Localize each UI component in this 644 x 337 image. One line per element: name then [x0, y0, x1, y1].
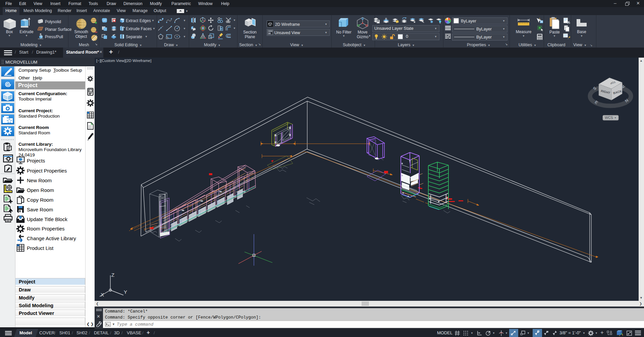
svg-text:▼: ▼: [614, 117, 616, 119]
svg-text:X: X: [101, 292, 104, 297]
svg-text:Z: Z: [111, 272, 114, 278]
svg-text:Y: Y: [124, 289, 127, 295]
svg-text:WCS: WCS: [605, 116, 613, 120]
svg-text:[−][Custom View][2D Wireframe]: [−][Custom View][2D Wireframe]: [96, 59, 151, 63]
